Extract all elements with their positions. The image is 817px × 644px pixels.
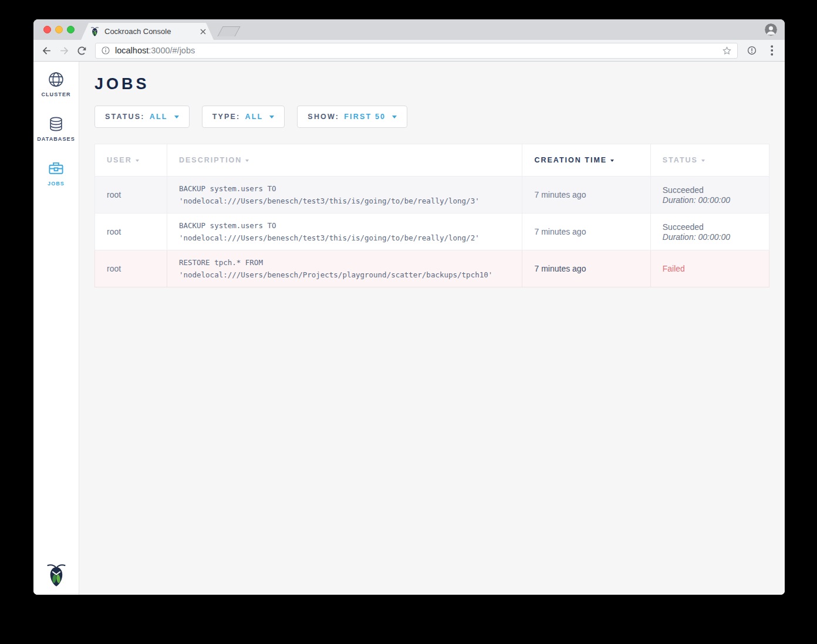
sidebar-item-cluster[interactable]: CLUSTER xyxy=(41,72,70,97)
filter-value: ALL xyxy=(150,113,168,121)
browser-tab-bar: Cockroach Console xyxy=(33,19,785,40)
show-filter-dropdown[interactable]: SHOW: FIRST 50 xyxy=(297,106,407,128)
column-header-description[interactable]: DESCRIPTION xyxy=(167,144,522,177)
description-cell: BACKUP system.users TO 'nodelocal:///Use… xyxy=(167,213,522,250)
filter-value: ALL xyxy=(245,113,263,121)
duration-text: Duration: 00:00:00 xyxy=(663,232,757,242)
extension-icon[interactable] xyxy=(745,43,759,57)
description-cell: RESTORE tpch.* FROM 'nodelocal:///Users/… xyxy=(167,250,522,287)
filter-value: FIRST 50 xyxy=(344,113,386,121)
user-cell: root xyxy=(95,177,167,213)
sort-arrow-icon xyxy=(701,160,705,162)
sidebar-item-jobs[interactable]: JOBS xyxy=(48,161,65,187)
browser-menu-icon[interactable] xyxy=(765,43,779,57)
table-row: root BACKUP system.users TO 'nodelocal:/… xyxy=(95,177,769,213)
sidebar-item-databases[interactable]: DATABASES xyxy=(37,116,75,142)
status-cell: Failed xyxy=(650,250,769,287)
filter-label: TYPE: xyxy=(212,113,241,121)
column-header-creation-time[interactable]: CREATION TIME xyxy=(522,144,650,177)
sidebar-item-label: CLUSTER xyxy=(41,91,70,97)
chevron-down-icon xyxy=(392,116,397,118)
new-tab-button[interactable] xyxy=(217,26,240,36)
sidebar-nav: CLUSTER DATABASES xyxy=(33,62,79,595)
sort-arrow-icon xyxy=(136,160,139,162)
back-button[interactable] xyxy=(39,43,54,58)
status-badge: Succeeded xyxy=(663,222,704,232)
duration-text: Duration: 00:00:00 xyxy=(663,195,757,205)
cockroach-logo-icon xyxy=(46,562,67,587)
traffic-lights xyxy=(43,26,75,33)
page-title: JOBS xyxy=(94,75,769,93)
cockroach-favicon-icon xyxy=(90,26,99,36)
browser-tab[interactable]: Cockroach Console xyxy=(81,23,214,40)
url-path: :3000/#/jobs xyxy=(148,46,195,55)
creation-time-cell: 7 minutes ago xyxy=(522,213,650,250)
globe-icon xyxy=(48,72,64,87)
sort-arrow-icon xyxy=(610,160,614,162)
address-bar[interactable]: localhost:3000/#/jobs xyxy=(95,43,738,59)
zoom-window-icon[interactable] xyxy=(67,26,75,33)
sort-arrow-icon xyxy=(245,160,249,162)
column-header-user[interactable]: USER xyxy=(95,144,167,177)
url-text[interactable]: localhost:3000/#/jobs xyxy=(115,46,195,55)
tab-close-icon[interactable] xyxy=(198,27,208,36)
database-icon xyxy=(48,116,64,132)
chevron-down-icon xyxy=(174,116,179,118)
bookmark-star-icon[interactable] xyxy=(722,46,732,56)
forward-button[interactable] xyxy=(56,43,72,58)
jobs-table: USER DESCRIPTION CREATION TIME STATUS ro… xyxy=(94,144,769,287)
browser-toolbar: localhost:3000/#/jobs xyxy=(33,40,785,62)
user-cell: root xyxy=(95,213,167,250)
browser-window: Cockroach Console xyxy=(33,19,785,595)
tab-title: Cockroach Console xyxy=(104,27,198,36)
jobs-table-body: root BACKUP system.users TO 'nodelocal:/… xyxy=(95,177,769,287)
type-filter-dropdown[interactable]: TYPE: ALL xyxy=(202,106,285,128)
status-badge: Succeeded xyxy=(663,185,704,195)
profile-icon[interactable] xyxy=(765,23,777,36)
creation-time-cell: 7 minutes ago xyxy=(522,250,650,287)
table-header-row: USER DESCRIPTION CREATION TIME STATUS xyxy=(95,144,769,177)
table-row: root RESTORE tpch.* FROM 'nodelocal:///U… xyxy=(95,250,769,287)
status-filter-dropdown[interactable]: STATUS: ALL xyxy=(94,106,190,128)
app-content: CLUSTER DATABASES xyxy=(33,62,785,595)
filter-bar: STATUS: ALL TYPE: ALL SHOW: FIRST 50 xyxy=(94,106,769,128)
minimize-window-icon[interactable] xyxy=(55,26,63,33)
sidebar-item-label: JOBS xyxy=(48,181,65,187)
status-cell: Succeeded Duration: 00:00:00 xyxy=(650,177,769,213)
url-host: localhost xyxy=(115,46,148,55)
sidebar-item-label: DATABASES xyxy=(37,136,75,142)
chevron-down-icon xyxy=(269,116,274,118)
jobs-page: JOBS STATUS: ALL TYPE: ALL SHOW: FIRST 5… xyxy=(79,62,785,595)
user-cell: root xyxy=(95,250,167,287)
close-window-icon[interactable] xyxy=(43,26,51,33)
column-header-status[interactable]: STATUS xyxy=(650,144,769,177)
status-badge: Failed xyxy=(663,264,685,273)
page-info-icon[interactable] xyxy=(101,46,110,55)
table-row: root BACKUP system.users TO 'nodelocal:/… xyxy=(95,213,769,250)
status-cell: Succeeded Duration: 00:00:00 xyxy=(650,213,769,250)
description-cell: BACKUP system.users TO 'nodelocal:///Use… xyxy=(167,177,522,213)
filter-label: SHOW: xyxy=(308,113,339,121)
creation-time-cell: 7 minutes ago xyxy=(522,177,650,213)
filter-label: STATUS: xyxy=(105,113,145,121)
briefcase-icon xyxy=(48,161,64,177)
reload-button[interactable] xyxy=(74,43,89,58)
